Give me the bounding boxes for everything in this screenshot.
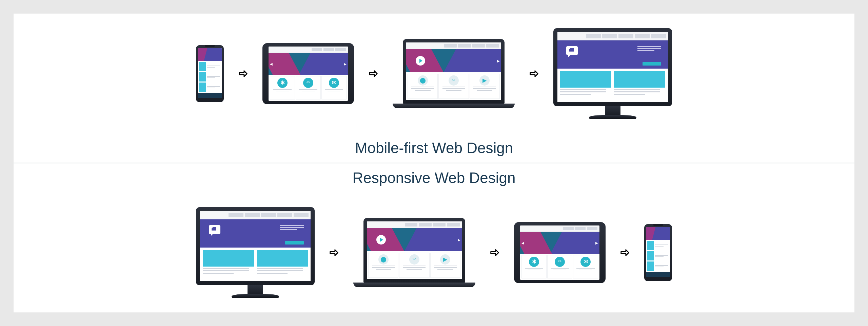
laptop-base (353, 283, 475, 287)
chevron-right-icon: ▶ (497, 59, 500, 62)
feature-col: ⬤ (368, 253, 398, 278)
content-card (203, 250, 254, 278)
cta-button (643, 62, 661, 66)
phone-device (196, 45, 224, 102)
feature-columns: ✱ ⌔ ✉ (269, 75, 348, 101)
phone-hero (646, 227, 670, 240)
content-card (257, 250, 308, 278)
feature-col: ⌔ (547, 255, 572, 278)
feature-col: ⬤ (408, 74, 438, 99)
desktop-screen (200, 211, 311, 281)
list-item (199, 72, 221, 82)
chevron-right-icon: ▶ (344, 62, 347, 66)
phone-footer (646, 272, 670, 277)
chat-icon: ✉ (580, 257, 591, 267)
responsive-row: ▶ ⬤ ⌔ ▶ (14, 193, 854, 312)
feature-columns: ⬤ ⌔ ▶ (367, 251, 462, 279)
feature-col: ⌔ (296, 76, 321, 99)
arrow-icon (328, 247, 340, 258)
phone-notch (205, 45, 215, 47)
speech-bubble-icon (209, 225, 220, 234)
content-grid (200, 248, 311, 281)
list-item (647, 251, 669, 260)
cta-button (285, 241, 304, 244)
monitor-neck (605, 106, 620, 115)
tablet-device: ◀ ▶ ✱ ⌔ ✉ (514, 222, 606, 283)
phone-list (646, 240, 670, 272)
arrow-icon (619, 247, 631, 258)
responsive-label: Responsive Web Design (14, 163, 854, 193)
play-icon: ▶ (479, 75, 490, 86)
responsive-panel: Responsive Web Design (14, 163, 854, 312)
phone-screen (646, 227, 670, 277)
pin-icon: ⬤ (378, 254, 389, 265)
wifi-icon: ⌔ (303, 78, 313, 88)
feature-columns: ✱ ⌔ ✉ (520, 254, 599, 280)
feature-col: ▶ (470, 74, 500, 99)
nav-bar (269, 47, 348, 53)
nav-bar (406, 42, 501, 49)
phone-list (198, 61, 222, 93)
content-grid (557, 69, 668, 102)
mobile-first-row: ◀ ▶ ✱ ⌔ ✉ (14, 14, 854, 133)
arrow-icon (368, 68, 379, 79)
feature-col: ✉ (573, 255, 598, 278)
laptop-screen: ▶ ⬤ ⌔ ▶ (367, 221, 462, 279)
desktop-device (196, 207, 315, 298)
play-icon (416, 56, 425, 66)
list-item (199, 83, 221, 92)
tablet-screen: ◀ ▶ ✱ ⌔ ✉ (520, 225, 599, 280)
nav-bar (557, 32, 668, 41)
list-item (199, 62, 221, 71)
laptop-device: ▶ ⬤ ⌔ ▶ (393, 39, 515, 108)
feature-col: ⌔ (438, 74, 469, 99)
hero-banner: ◀ ▶ (520, 232, 599, 254)
feature-col: ✱ (270, 76, 295, 99)
tablet-screen: ◀ ▶ ✱ ⌔ ✉ (269, 47, 348, 101)
nav-bar (200, 211, 311, 220)
hero-banner (557, 40, 668, 68)
nav-bar (367, 221, 462, 228)
diagram-canvas: ◀ ▶ ✱ ⌔ ✉ (0, 0, 868, 326)
hero-banner: ◀ ▶ (269, 53, 348, 75)
feature-col: ✱ (521, 255, 547, 278)
wifi-icon: ⌔ (555, 257, 565, 267)
nav-bar (520, 225, 599, 232)
laptop-screen: ▶ ⬤ ⌔ ▶ (406, 42, 501, 100)
monitor-stand (232, 294, 279, 298)
tablet-device: ◀ ▶ ✱ ⌔ ✉ (262, 43, 354, 104)
chat-icon: ✉ (329, 78, 339, 88)
hero-banner (200, 219, 311, 247)
desktop-screen (557, 32, 668, 102)
mobile-first-panel: ◀ ▶ ✱ ⌔ ✉ (14, 14, 854, 163)
play-icon: ▶ (440, 254, 450, 265)
laptop-base (393, 104, 515, 108)
wifi-icon: ⌔ (409, 254, 419, 265)
phone-notch (653, 224, 663, 226)
hero-banner: ▶ (406, 49, 501, 72)
feature-col: ▶ (430, 253, 460, 278)
content-card (614, 71, 665, 99)
mobile-first-label: Mobile-first Web Design (14, 133, 854, 163)
arrow-icon (489, 247, 500, 258)
globe-icon: ✱ (277, 78, 288, 88)
speech-bubble-icon (566, 46, 578, 55)
list-item (647, 241, 669, 250)
hero-banner: ▶ (367, 228, 462, 251)
laptop-device: ▶ ⬤ ⌔ ▶ (353, 218, 475, 287)
chevron-left-icon: ◀ (270, 62, 273, 66)
feature-columns: ⬤ ⌔ ▶ (406, 72, 501, 100)
chevron-right-icon: ▶ (595, 241, 598, 244)
arrow-icon (237, 68, 249, 79)
list-item (647, 261, 669, 271)
monitor-neck (248, 285, 263, 294)
arrow-icon (528, 68, 540, 79)
feature-col: ⌔ (399, 253, 429, 278)
chevron-right-icon: ▶ (458, 238, 460, 241)
phone-device (644, 224, 672, 281)
pin-icon: ⬤ (418, 75, 428, 86)
feature-col: ✉ (321, 76, 347, 99)
play-icon (376, 235, 386, 244)
wifi-icon: ⌔ (449, 75, 459, 86)
phone-footer (198, 93, 222, 98)
